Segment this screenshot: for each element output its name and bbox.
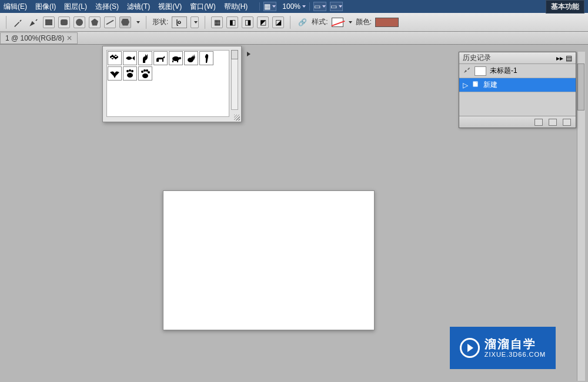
panel-menu-icon[interactable]: ▤ [566, 54, 572, 62]
shape-paw2[interactable] [138, 66, 152, 81]
menu-view[interactable]: 视图(V) [158, 2, 182, 12]
close-icon[interactable]: ✕ [66, 34, 72, 42]
svg-rect-3 [177, 61, 178, 62]
polygon-shape-icon[interactable] [89, 16, 101, 28]
doc-thumbnail [475, 66, 486, 76]
menu-help[interactable]: 帮助(H) [224, 2, 248, 12]
svg-point-14 [142, 73, 148, 78]
svg-point-11 [143, 69, 146, 72]
shape-bird[interactable] [108, 66, 122, 81]
snapshot-icon[interactable] [534, 119, 543, 126]
color-label: 颜色: [356, 17, 372, 27]
watermark-subtitle: ZIXUE.3D66.COM [485, 351, 546, 358]
resize-handle-icon[interactable] [234, 115, 240, 120]
eyedropper-icon[interactable] [12, 16, 24, 28]
shape-turtle[interactable] [169, 51, 183, 65]
mode-exclude-icon[interactable]: ◪ [272, 16, 284, 28]
shape-parrot[interactable] [199, 51, 213, 65]
canvas[interactable] [163, 190, 375, 330]
document-tab[interactable]: 1 @ 100%(RGB/8) ✕ [0, 32, 78, 44]
shape-label: 形状: [152, 17, 168, 27]
menu-select[interactable]: 选择(S) [95, 2, 119, 12]
svg-point-9 [127, 73, 133, 78]
roundrect-shape-icon[interactable] [58, 16, 70, 28]
svg-point-6 [126, 70, 129, 72]
link-icon[interactable]: 🔗 [296, 16, 308, 28]
shape-scrollbar-thumb[interactable] [231, 50, 238, 59]
screen-mode-icon[interactable]: ▭ [313, 2, 326, 11]
tab-title: 1 @ 100%(RGB/8) [5, 34, 64, 42]
mode-subtract-icon[interactable]: ◨ [242, 16, 253, 28]
menu-filter[interactable]: 滤镜(T) [127, 2, 150, 12]
panel-dock-scrollbar[interactable] [577, 52, 585, 381]
mode-newlayer-icon[interactable]: ▦ [211, 16, 223, 28]
history-footer [459, 116, 576, 128]
ellipse-shape-icon[interactable] [74, 16, 85, 28]
svg-point-8 [131, 70, 133, 72]
watermark-title: 溜溜自学 [485, 337, 546, 351]
new-state-icon[interactable] [549, 119, 557, 126]
options-bar: 形状: ▦ ◧ ◨ ◩ ◪ 🔗 样式: 颜色: [0, 13, 588, 32]
svg-rect-15 [473, 81, 478, 87]
arrange-docs-icon[interactable]: ▦ [263, 2, 276, 11]
trash-icon[interactable] [563, 119, 571, 126]
color-swatch[interactable] [375, 18, 399, 27]
play-icon [460, 338, 480, 358]
document-tab-bar: 1 @ 100%(RGB/8) ✕ [0, 32, 588, 45]
svg-point-13 [148, 71, 150, 73]
rect-shape-icon[interactable] [43, 16, 55, 28]
panel-collapse-icon[interactable]: ▸▸ [556, 54, 563, 62]
divider [259, 2, 260, 11]
history-step-label: 新建 [483, 80, 497, 90]
svg-rect-2 [172, 61, 173, 62]
svg-point-0 [172, 56, 179, 61]
marker-icon: ▷ [463, 81, 468, 89]
shape-preview[interactable] [172, 16, 187, 28]
custom-shape-icon[interactable] [119, 16, 131, 28]
svg-point-12 [146, 69, 148, 72]
shape-panel-flyout-icon[interactable] [245, 50, 253, 58]
shape-fish[interactable] [123, 51, 137, 65]
divider [309, 2, 310, 11]
menu-layer[interactable]: 图层(L) [64, 2, 87, 12]
line-shape-icon[interactable] [104, 16, 116, 28]
history-doc-label: 未标题-1 [490, 66, 517, 76]
shape-dog[interactable] [153, 51, 168, 65]
shape-tool-dropdown-icon[interactable] [136, 21, 140, 24]
screen-mode2-icon[interactable]: ▭ [330, 2, 343, 11]
mode-intersect-icon[interactable]: ◩ [257, 16, 269, 28]
history-tab-label[interactable]: 历史记录 [463, 53, 491, 63]
history-header[interactable]: 历史记录 ▸▸ ▤ [459, 52, 576, 64]
scrollbar-thumb[interactable] [577, 63, 584, 110]
svg-point-1 [179, 57, 181, 59]
shape-grid [107, 51, 229, 81]
watermark: 溜溜自学 ZIXUE.3D66.COM [450, 327, 556, 369]
svg-point-7 [129, 69, 131, 72]
shape-bone[interactable] [108, 51, 122, 65]
history-document-row[interactable]: 未标题-1 [459, 64, 576, 78]
history-panel: 历史记录 ▸▸ ▤ 未标题-1 ▷ 新建 [459, 52, 576, 128]
workspace-button[interactable]: 基本功能 [546, 0, 584, 14]
pen-icon[interactable] [28, 16, 39, 28]
shape-paw1[interactable] [123, 66, 137, 81]
new-file-icon [472, 80, 480, 90]
shape-cat[interactable] [138, 51, 152, 65]
shape-picker-panel [102, 46, 242, 122]
style-dropdown-icon[interactable] [349, 21, 352, 24]
zoom-value[interactable]: 100% [282, 2, 300, 11]
history-step-row[interactable]: ▷ 新建 [459, 78, 576, 92]
style-label: 样式: [312, 17, 328, 27]
menu-edit[interactable]: 编辑(E) [4, 2, 27, 12]
shape-dropdown-button[interactable] [191, 16, 199, 28]
mode-add-icon[interactable]: ◧ [226, 16, 238, 28]
menu-window[interactable]: 窗口(W) [190, 2, 215, 12]
shape-rabbit[interactable] [184, 51, 198, 65]
brush-icon [463, 66, 471, 76]
style-swatch[interactable] [332, 18, 343, 27]
svg-point-10 [141, 71, 143, 73]
zoom-dropdown-icon[interactable] [302, 5, 306, 8]
menu-image[interactable]: 图像(I) [35, 2, 56, 12]
menu-bar: 编辑(E) 图像(I) 图层(L) 选择(S) 滤镜(T) 视图(V) 窗口(W… [0, 0, 588, 13]
